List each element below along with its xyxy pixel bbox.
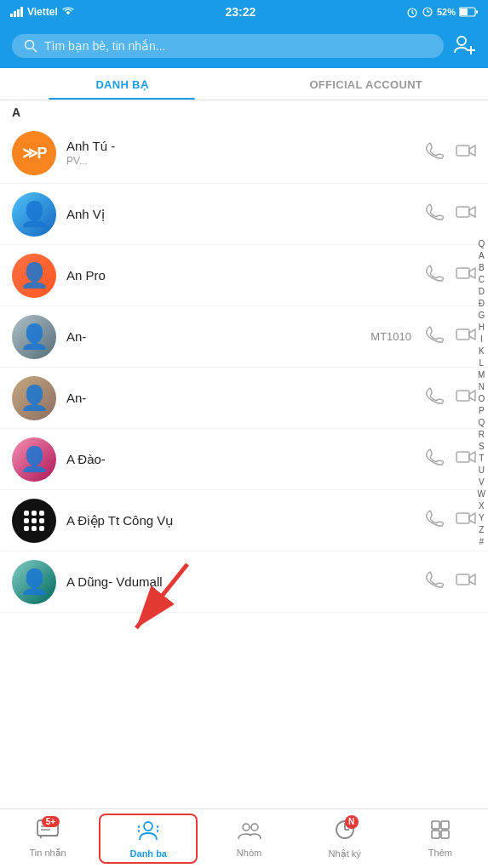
alpha-b[interactable]: B: [479, 262, 485, 273]
search-input-area[interactable]: Tìm bạn bè, tin nhắn...: [12, 34, 444, 58]
call-icon[interactable]: [425, 141, 444, 164]
svg-point-36: [243, 824, 250, 831]
contacts-section: Q A B C D Đ G H I K L M N O P Q R S T U …: [0, 100, 488, 613]
alpha-z[interactable]: Z: [479, 524, 484, 535]
contact-item[interactable]: 👤 A Đào-: [0, 429, 488, 490]
contact-info: A Điệp Tt Công Vụ: [66, 513, 418, 528]
contact-name: An Pro: [66, 268, 418, 283]
tab-official-account[interactable]: OFFICIAL ACCOUNT: [244, 68, 489, 100]
status-carrier: Viettel: [10, 6, 75, 18]
alpha-o[interactable]: O: [478, 393, 485, 404]
svg-line-6: [412, 13, 414, 14]
avatar: [12, 499, 56, 543]
alpha-c[interactable]: C: [479, 274, 485, 285]
diary-label: Nhật ký: [329, 848, 361, 859]
alpha-n[interactable]: N: [479, 381, 485, 392]
alpha-w[interactable]: W: [478, 488, 485, 500]
contact-item[interactable]: 👤 Anh Vị: [0, 184, 488, 245]
blackberry-icon: [22, 509, 46, 533]
svg-rect-41: [432, 821, 439, 829]
alpha-u[interactable]: U: [479, 465, 485, 476]
video-icon[interactable]: [456, 143, 476, 163]
svg-rect-32: [138, 825, 140, 828]
alpha-i[interactable]: I: [480, 334, 483, 345]
avatar: 👤: [12, 437, 56, 482]
contact-item[interactable]: ≫P Anh Tú - PV...: [0, 123, 488, 184]
alpha-h[interactable]: H: [479, 322, 485, 333]
alpha-v[interactable]: V: [479, 477, 485, 488]
contact-name: An-: [66, 329, 370, 344]
call-icon[interactable]: [425, 264, 444, 287]
svg-rect-33: [138, 830, 140, 832]
avatar: 👤: [12, 376, 56, 420]
contact-info: Anh Tú - PV...: [66, 139, 418, 167]
video-icon[interactable]: [456, 388, 476, 408]
contact-item[interactable]: 👤 A Dũng- Vdumall: [0, 551, 488, 613]
video-icon[interactable]: [456, 327, 476, 346]
video-icon[interactable]: [456, 572, 476, 591]
contact-label: MT1010: [370, 330, 411, 343]
contact-item[interactable]: 👤 An-: [0, 368, 488, 429]
nav-item-more[interactable]: Thêm: [393, 814, 488, 863]
nav-item-messages[interactable]: 5+ Tin nhắn: [0, 814, 95, 864]
call-icon[interactable]: [425, 325, 444, 348]
alpha-q2[interactable]: Q: [478, 417, 485, 428]
add-friend-icon: [452, 32, 476, 56]
tab-danh-ba[interactable]: DANH BẠ: [0, 68, 244, 100]
alpha-p[interactable]: P: [479, 405, 485, 416]
alpha-g[interactable]: G: [478, 310, 485, 321]
contact-actions: [425, 386, 476, 409]
contact-info: An-: [66, 391, 418, 405]
alpha-q[interactable]: Q: [478, 238, 485, 249]
svg-rect-20: [456, 268, 469, 278]
add-friend-button[interactable]: [452, 32, 476, 60]
call-icon[interactable]: [425, 509, 444, 532]
contact-info: Anh Vị: [66, 207, 418, 222]
alpha-d1[interactable]: D: [479, 286, 485, 297]
alpha-r[interactable]: R: [479, 429, 485, 440]
svg-rect-21: [456, 329, 469, 340]
alpha-hash[interactable]: #: [479, 536, 484, 547]
svg-rect-1: [14, 11, 16, 17]
call-icon[interactable]: [425, 203, 444, 226]
nav-item-diary[interactable]: N Nhật ký: [297, 814, 393, 865]
svg-rect-24: [456, 513, 469, 523]
status-bar: Viettel 23:22 52%: [0, 0, 488, 24]
alpha-m[interactable]: M: [478, 369, 485, 380]
call-icon[interactable]: [425, 570, 444, 593]
contact-info: An Pro: [66, 268, 418, 283]
search-bar: Tìm bạn bè, tin nhắn...: [0, 24, 488, 68]
call-icon[interactable]: [425, 448, 444, 471]
video-icon[interactable]: [456, 266, 476, 285]
carrier-name: Viettel: [27, 6, 58, 18]
svg-rect-44: [441, 831, 449, 838]
contact-info: A Dũng- Vdumall: [66, 574, 418, 589]
wifi-icon: [61, 7, 75, 17]
contact-item[interactable]: 👤 An Pro: [0, 245, 488, 306]
alpha-k[interactable]: K: [479, 345, 485, 357]
alpha-s[interactable]: S: [479, 441, 485, 452]
svg-rect-18: [456, 146, 469, 156]
search-icon: [24, 39, 37, 53]
avatar: 👤: [12, 192, 56, 237]
call-icon[interactable]: [425, 386, 444, 409]
contact-sub: PV...: [66, 155, 418, 167]
video-icon[interactable]: [456, 204, 476, 224]
nav-item-contacts[interactable]: Danh ba: [99, 814, 198, 864]
video-icon[interactable]: [456, 449, 476, 469]
alphabet-index: Q A B C D Đ G H I K L M N O P Q R S T U …: [475, 237, 488, 549]
alpha-a[interactable]: A: [479, 250, 485, 261]
main-content: Q A B C D Đ G H I K L M N O P Q R S T U …: [0, 100, 488, 672]
contact-item[interactable]: A Điệp Tt Công Vụ: [0, 490, 488, 551]
video-icon[interactable]: [456, 511, 476, 530]
contact-item[interactable]: 👤 An- MT1010: [0, 306, 488, 368]
svg-rect-3: [20, 7, 23, 17]
nav-item-groups[interactable]: Nhóm: [201, 814, 296, 863]
bottom-nav: 5+ Tin nhắn Danh ba: [0, 808, 488, 868]
alpha-y[interactable]: Y: [479, 512, 485, 523]
alpha-d2[interactable]: Đ: [479, 298, 485, 309]
alpha-t[interactable]: T: [479, 453, 484, 464]
alpha-x[interactable]: X: [479, 500, 485, 511]
alpha-l[interactable]: L: [479, 357, 484, 368]
svg-rect-19: [456, 207, 469, 217]
